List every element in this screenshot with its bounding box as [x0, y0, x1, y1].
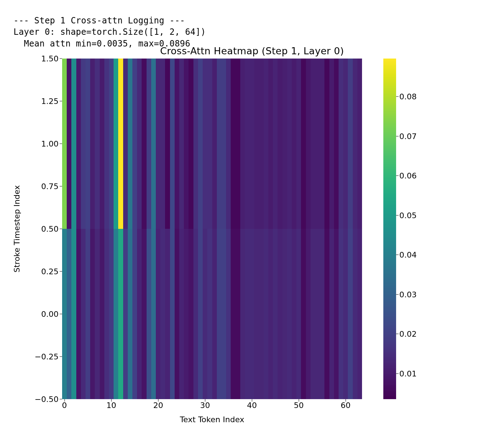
colorbar-tick-label: 0.06 — [399, 171, 417, 180]
y-tick-mark — [60, 144, 62, 144]
heatmap-cell — [147, 229, 151, 399]
colorbar-tick-label: 0.08 — [399, 92, 417, 101]
x-tick-mark — [64, 399, 65, 402]
heatmap-cell — [245, 59, 250, 229]
heatmap-cell — [179, 229, 184, 399]
heatmap-cell — [193, 59, 198, 229]
heatmap-cell — [114, 59, 118, 229]
y-tick-mark — [60, 186, 62, 187]
heatmap-cell — [118, 59, 123, 229]
y-tick-label: 1.50 — [41, 54, 59, 63]
heatmap-cell — [160, 229, 165, 399]
heatmap-cell — [207, 59, 212, 229]
heatmap-cell — [353, 229, 357, 399]
y-tick-label: 0.25 — [41, 267, 59, 276]
heatmap-cell — [226, 59, 231, 229]
heatmap-cell — [250, 229, 254, 399]
heatmap-cell — [273, 229, 278, 399]
heatmap-cell — [62, 229, 67, 399]
heatmap-cell — [250, 59, 254, 229]
y-tick-label: 0.75 — [41, 182, 59, 191]
heatmap-cell — [142, 229, 146, 399]
y-tick-mark — [60, 229, 62, 229]
colorbar-tick-mark — [396, 97, 399, 97]
log-line-1: --- Step 1 Cross-attn Logging --- — [13, 16, 185, 26]
heatmap-cell — [339, 59, 343, 229]
y-tick-mark — [60, 399, 62, 399]
heatmap-cell — [301, 229, 306, 399]
heatmap-cell — [311, 59, 315, 229]
heatmap-cell — [179, 59, 184, 229]
colorbar-tick-mark — [396, 176, 399, 176]
heatmap-cell — [100, 229, 104, 399]
heatmap-cell — [104, 59, 109, 229]
heatmap-cell — [357, 229, 362, 399]
x-tick-mark — [252, 399, 252, 402]
heatmap-cell — [236, 59, 240, 229]
x-tick-label: 20 — [153, 401, 163, 410]
heatmap-cell — [329, 229, 334, 399]
heatmap-cell — [81, 229, 86, 399]
heatmap-cell — [184, 229, 188, 399]
heatmap-cell — [198, 229, 203, 399]
heatmap-cell — [231, 59, 235, 229]
heatmap-cell — [128, 59, 132, 229]
heatmap-cell — [245, 229, 250, 399]
heatmap-cell — [221, 229, 226, 399]
heatmap-cell — [324, 229, 329, 399]
x-tick-label: 30 — [200, 401, 210, 410]
heatmap-cell — [184, 59, 188, 229]
heatmap-cell — [123, 229, 128, 399]
heatmap-row-0 — [62, 229, 362, 399]
figure-canvas: --- Step 1 Cross-attn Logging --- Layer … — [0, 0, 504, 430]
y-tick-label: 1.25 — [41, 97, 59, 106]
y-tick-label: 0.00 — [41, 310, 59, 319]
heatmap-cell — [315, 229, 320, 399]
heatmap-cell — [259, 229, 264, 399]
heatmap-cell — [278, 229, 282, 399]
heatmap-plot — [62, 59, 362, 399]
colorbar-tick-mark — [396, 215, 399, 215]
heatmap-cell — [71, 59, 76, 229]
heatmap-cell — [320, 59, 324, 229]
heatmap-cell — [217, 229, 221, 399]
y-tick-mark — [60, 357, 62, 357]
heatmap-cell — [104, 229, 109, 399]
x-tick-mark — [298, 399, 299, 402]
heatmap-cell — [254, 59, 259, 229]
heatmap-cell — [90, 59, 95, 229]
heatmap-cell — [292, 229, 296, 399]
heatmap-cell — [170, 59, 175, 229]
heatmap-cell — [283, 229, 287, 399]
y-tick-label: −0.50 — [35, 395, 59, 404]
heatmap-cell — [193, 229, 198, 399]
heatmap-cell — [175, 59, 179, 229]
heatmap-cell — [353, 59, 357, 229]
y-tick-mark — [60, 101, 62, 101]
heatmap-cell — [348, 59, 352, 229]
heatmap-cell — [147, 59, 151, 229]
colorbar-tick-label: 0.05 — [399, 211, 417, 220]
heatmap-cell — [137, 229, 142, 399]
heatmap-cell — [231, 229, 235, 399]
x-tick-mark — [158, 399, 158, 402]
heatmap-cell — [264, 229, 268, 399]
log-output: --- Step 1 Cross-attn Logging --- Layer … — [13, 15, 206, 49]
colorbar-tick-label: 0.07 — [399, 132, 417, 140]
heatmap-cell — [188, 229, 193, 399]
heatmap-cell — [207, 229, 212, 399]
heatmap-row-1 — [62, 59, 362, 229]
colorbar-tick-mark — [396, 334, 399, 334]
heatmap-cell — [273, 59, 278, 229]
heatmap-cell — [320, 229, 324, 399]
heatmap-cell — [132, 229, 137, 399]
x-tick-label: 0 — [62, 401, 67, 410]
heatmap-cell — [86, 229, 90, 399]
heatmap-cell — [268, 59, 273, 229]
heatmap-cell — [170, 229, 175, 399]
heatmap-cell — [71, 229, 76, 399]
y-tick-label: 0.50 — [41, 225, 59, 233]
chart-title: Cross-Attn Heatmap (Step 1, Layer 0) — [0, 45, 504, 56]
heatmap-cell — [306, 59, 311, 229]
heatmap-cell — [240, 59, 245, 229]
